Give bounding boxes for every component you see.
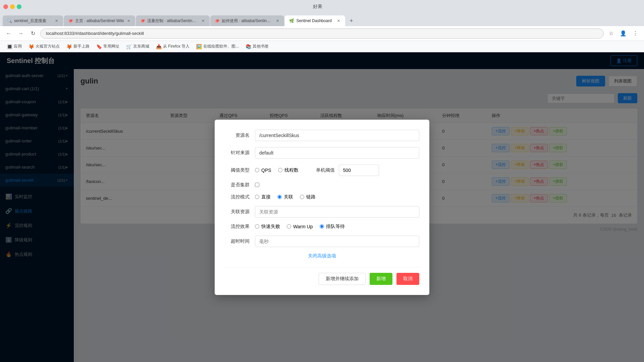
tab-close-search[interactable]: ✕ <box>54 18 59 23</box>
nav-bar: ← → ↻ localhost:8333/#/dashboard/identit… <box>0 26 644 41</box>
cancel-button[interactable]: 取消 <box>396 273 419 285</box>
queue-radio-item[interactable]: 排队等待 <box>320 224 345 230</box>
bookmarks-bar: 🔳 应用 🦊 火狐官方站点 🦊 新手上路 🔖 常用网址 🛒 京东商城 📥 从 F… <box>0 41 644 52</box>
qps-radio[interactable] <box>255 168 259 172</box>
address-bar[interactable]: localhost:8333/#/dashboard/identity/guli… <box>40 28 604 39</box>
chain-radio-item[interactable]: 链路 <box>300 194 316 200</box>
tab-icon-search: 🔍 <box>7 18 12 23</box>
flow-mode-radio-group: 直接 关联 链路 <box>255 194 419 200</box>
tab-sentinel-search[interactable]: 🔍 sentinel_百度搜索 ✕ <box>3 15 63 26</box>
flow-effect-radio-group: 快速失败 Warm Up 排队等待 <box>255 224 419 230</box>
tab-text-wiki-main: 主页 · alibaba/Sentinel Wiki <box>75 18 124 24</box>
back-button[interactable]: ← <box>4 29 13 38</box>
related-resource-label: 关联资源 <box>225 209 255 215</box>
window-maximize-button[interactable] <box>17 4 21 9</box>
bookmark-firefox-text: 火狐官方站点 <box>36 44 60 49</box>
flow-mode-label: 流控模式 <box>225 194 255 200</box>
fast-fail-radio-item[interactable]: 快速失败 <box>255 224 280 230</box>
associate-radio-item[interactable]: 关联 <box>277 194 293 200</box>
forward-button[interactable]: → <box>16 29 25 38</box>
save-continue-button[interactable]: 新增并继续添加 <box>319 273 366 285</box>
bookmark-other[interactable]: 📚 其他书签 <box>243 42 271 51</box>
warmup-radio-item[interactable]: Warm Up <box>287 224 313 229</box>
app-area: Sentinel 控制台 👤 注册 gulimall-auth-server (… <box>0 52 644 362</box>
warmup-label: Warm Up <box>293 224 313 229</box>
refresh-nav-button[interactable]: ↻ <box>28 29 38 38</box>
form-row-threshold: 阈值类型 QPS 线程数 <box>225 165 419 176</box>
tab-sentinel-wiki-main[interactable]: 🐙 主页 · alibaba/Sentinel Wiki ✕ <box>64 15 135 26</box>
advanced-toggle-link[interactable]: 关闭高级选项 <box>308 253 336 258</box>
associate-label: 关联 <box>284 194 293 200</box>
queue-radio[interactable] <box>320 224 324 229</box>
source-label: 针对来源 <box>225 150 255 156</box>
common-sites-icon: 🔖 <box>96 44 102 49</box>
tab-text-dashboard: Sentinel Dashboard <box>296 18 334 23</box>
threshold-value-input[interactable] <box>339 165 379 176</box>
fast-fail-radio[interactable] <box>255 224 259 229</box>
tab-close-dashboard[interactable]: ✕ <box>336 18 341 23</box>
threshold-type-label: 阈值类型 <box>225 167 255 173</box>
menu-button[interactable]: ⋮ <box>631 29 640 38</box>
tab-text-search: sentinel_百度搜索 <box>14 18 52 24</box>
form-row-resource: 资源名 <box>225 130 419 141</box>
cluster-label: 是否集群 <box>225 182 255 188</box>
cluster-checkbox-item[interactable] <box>255 183 419 187</box>
new-tab-button[interactable]: + <box>346 15 357 26</box>
bookmark-button[interactable]: ☆ <box>606 29 616 38</box>
associate-radio[interactable] <box>277 195 282 199</box>
bookmark-apps[interactable]: 🔳 应用 <box>4 42 24 51</box>
window-close-button[interactable] <box>3 4 8 9</box>
direct-radio-item[interactable]: 直接 <box>255 194 271 200</box>
chain-radio[interactable] <box>300 195 304 199</box>
tab-icon-howto: 🐙 <box>214 18 220 23</box>
form-row-flow-effect: 流控效果 快速失败 Warm Up <box>225 224 419 230</box>
tab-close-wiki-main[interactable]: ✕ <box>126 18 131 23</box>
chain-label: 链路 <box>306 194 316 200</box>
title-bar: 好果 <box>0 0 644 13</box>
source-control <box>255 147 419 159</box>
threshold-type-control: QPS 线程数 单机阈值 <box>255 165 419 176</box>
timeout-input[interactable] <box>255 236 419 247</box>
bookmark-newbie-text: 新手上路 <box>73 44 90 49</box>
user-button[interactable]: 👤 <box>619 29 628 38</box>
firefox-official-icon: 🦊 <box>29 44 34 49</box>
other-books-icon: 📚 <box>246 44 251 49</box>
bookmark-common-sites[interactable]: 🔖 常用网址 <box>94 42 122 51</box>
bookmark-firefox-import[interactable]: 📥 从 Firefox 导入 <box>153 42 192 51</box>
bookmark-apps-text: 应用 <box>14 44 22 49</box>
bookmark-other-text: 其他书签 <box>253 44 269 49</box>
qps-label: QPS <box>261 168 271 173</box>
bookmark-newbie[interactable]: 🦊 新手上路 <box>64 42 92 51</box>
cluster-control <box>255 183 419 187</box>
direct-label: 直接 <box>261 194 271 200</box>
tab-how-to-use[interactable]: 🐙 如何使用 · alibaba/Sentinel W... ✕ <box>210 15 284 26</box>
bookmark-common-text: 常用网址 <box>103 44 119 49</box>
jd-icon: 🛒 <box>126 44 132 49</box>
title-bar-left <box>3 4 21 9</box>
tab-close-flow[interactable]: ✕ <box>200 18 206 23</box>
source-input[interactable] <box>255 147 419 159</box>
thread-radio[interactable] <box>278 168 282 172</box>
bookmark-firefox-official[interactable]: 🦊 火狐官方站点 <box>26 42 62 51</box>
threshold-type-radio-group: QPS 线程数 <box>255 167 299 173</box>
tab-sentinel-dashboard[interactable]: 🌿 Sentinel Dashboard ✕ <box>285 15 345 26</box>
direct-radio[interactable] <box>255 195 259 199</box>
thread-radio-item[interactable]: 线程数 <box>278 167 299 173</box>
warmup-radio[interactable] <box>287 224 291 229</box>
bookmark-draw-tool[interactable]: 🖼️ 在线绘图软件、图... <box>194 42 241 51</box>
queue-label: 排队等待 <box>326 224 345 230</box>
resource-name-input[interactable] <box>255 130 419 141</box>
confirm-button[interactable]: 新增 <box>370 273 392 285</box>
qps-radio-item[interactable]: QPS <box>255 168 271 173</box>
flow-mode-control: 直接 关联 链路 <box>255 194 419 200</box>
form-row-timeout: 超时时间 <box>225 236 419 247</box>
related-resource-input[interactable] <box>255 206 419 218</box>
tab-flow-control[interactable]: 🐙 流量控制 · alibaba/Sentinel W... ✕ <box>136 15 210 26</box>
form-row-cluster: 是否集群 <box>225 182 419 188</box>
cluster-checkbox[interactable] <box>255 183 259 187</box>
bookmark-jd[interactable]: 🛒 京东商城 <box>123 42 152 51</box>
window-minimize-button[interactable] <box>10 4 15 9</box>
bookmark-jd-text: 京东商城 <box>133 44 149 49</box>
tab-close-howto[interactable]: ✕ <box>275 18 280 23</box>
flow-rule-modal: 资源名 针对来源 阈值类型 <box>215 120 429 295</box>
